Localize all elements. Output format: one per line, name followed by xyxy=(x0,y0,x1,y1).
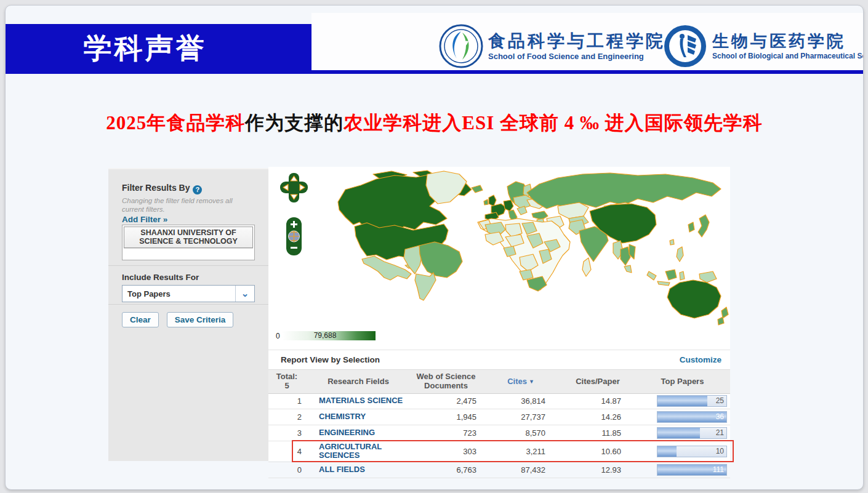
report-view-bar: Report View by Selection Customize xyxy=(268,350,730,370)
table-row: 3ENGINEERING7238,57011.8521 xyxy=(268,425,730,441)
cites-per-paper-value: 14.87 xyxy=(561,396,635,406)
add-filter-link[interactable]: Add Filter » xyxy=(122,215,167,224)
country-malaysia xyxy=(624,265,632,273)
headline-part3: 农业学科进入ESI 全球前 4 ‰ 进入国际领先学科 xyxy=(344,112,762,134)
top-papers-cell: 111 xyxy=(635,464,730,476)
research-field-link[interactable]: CHEMISTRY xyxy=(305,412,411,421)
top-papers-bar-fill xyxy=(657,428,700,438)
logo-bio-school: 生物与医药学院 School of Biological and Pharmac… xyxy=(663,24,864,68)
map-zoom-control[interactable] xyxy=(286,217,302,255)
legend-min: 0 xyxy=(276,332,280,340)
top-papers-bar: 36 xyxy=(657,411,727,423)
chevron-down-icon: ⌄ xyxy=(235,286,254,302)
country-uk xyxy=(489,195,496,206)
col-research-fields: Research Fields xyxy=(305,377,411,387)
zoom-out-icon[interactable] xyxy=(291,247,297,249)
row-rank: 0 xyxy=(268,465,305,475)
research-field-link[interactable]: AGRICULTURAL SCIENCES xyxy=(305,443,411,460)
country-java xyxy=(657,281,670,286)
top-papers-cell: 21 xyxy=(635,427,730,439)
top-papers-bar-fill xyxy=(657,396,707,406)
top-papers-cell: 36 xyxy=(635,411,730,423)
world-choropleth-map[interactable] xyxy=(268,168,730,329)
top-papers-bar: 25 xyxy=(657,395,727,407)
filter-results-by-label: Filter Results By? xyxy=(122,183,202,194)
total-header: Total:5 xyxy=(268,372,305,391)
country-japan xyxy=(698,215,709,237)
country-taiwan xyxy=(670,239,674,245)
map-pan-control[interactable] xyxy=(280,173,308,202)
cites-per-paper-value: 14.26 xyxy=(561,412,635,422)
table-row: 2CHEMISTRY1,94527,73714.2636 xyxy=(268,409,730,425)
country-nigeria xyxy=(504,246,516,257)
top-papers-cell: 10 xyxy=(635,446,730,457)
row-rank: 4 xyxy=(268,447,305,456)
top-papers-bar-fill xyxy=(657,446,677,457)
esi-main-panel: 0 79,688 Report View by Selection Custom… xyxy=(268,167,730,461)
country-philippines xyxy=(677,247,683,262)
country-borneo xyxy=(665,270,677,280)
legend-max: 79,688 xyxy=(314,331,337,340)
save-criteria-button[interactable]: Save Criteria xyxy=(167,312,234,327)
headline: 2025年食品学科作为支撑的农业学科进入ESI 全球前 4 ‰ 进入国际领先学科 xyxy=(6,110,863,136)
esi-screenshot: Filter Results By? Changing the filter f… xyxy=(108,167,730,461)
table-row-highlighted: 4AGRICULTURAL SCIENCES3033,21110.6010 xyxy=(268,441,730,462)
country-argentina xyxy=(415,273,436,300)
country-png xyxy=(699,271,717,283)
headline-part2: 作为支撑的 xyxy=(245,112,344,134)
table-header: Total:5 Research Fields Web of Science D… xyxy=(268,369,730,394)
top-papers-bar: 10 xyxy=(657,446,727,457)
filter-note: Changing the filter field removes all cu… xyxy=(122,196,251,214)
slide: 学科声誉 食品科学与工程学院 School of Food Science an… xyxy=(5,5,864,490)
map-legend: 0 79,688 xyxy=(276,331,376,340)
headline-part1: 2025年食品学科 xyxy=(106,112,245,134)
top-papers-value: 25 xyxy=(716,396,724,406)
col-cites-sort[interactable]: Cites▼ xyxy=(481,377,561,387)
country-nz-north xyxy=(721,307,728,318)
country-iceland xyxy=(472,185,483,193)
table-body: 1MATERIALS SCIENCE2,47536,81414.87252CHE… xyxy=(268,393,730,478)
country-madagascar xyxy=(582,258,591,276)
table-row: 0ALL FIELDS6,76387,43212.93111 xyxy=(268,462,730,478)
cites-value: 27,737 xyxy=(481,412,561,422)
top-papers-value: 21 xyxy=(716,428,724,438)
wos-documents-value: 723 xyxy=(411,428,481,438)
research-field-link[interactable]: ALL FIELDS xyxy=(305,465,411,474)
cites-per-paper-value: 10.60 xyxy=(561,447,635,456)
header-bar: 学科声誉 xyxy=(6,24,311,74)
bio-school-emblem-icon xyxy=(663,24,707,68)
include-results-dropdown[interactable]: Top Papers ⌄ xyxy=(122,285,255,302)
cites-value: 36,814 xyxy=(481,396,561,406)
include-results-label: Include Results For xyxy=(122,273,199,282)
row-rank: 1 xyxy=(268,396,305,406)
country-sulawesi xyxy=(680,271,685,280)
top-papers-bar: 21 xyxy=(657,427,727,439)
legend-gradient-bar: 79,688 xyxy=(282,331,376,340)
wos-documents-value: 303 xyxy=(411,447,481,456)
country-australia xyxy=(667,280,721,318)
top-papers-cell: 25 xyxy=(635,395,730,407)
top-papers-bar: 111 xyxy=(657,464,727,476)
food-school-en-title: School of Food Science and Engineering xyxy=(488,52,665,61)
wos-documents-value: 6,763 xyxy=(411,465,481,475)
country-turkey xyxy=(532,211,548,220)
university-filter-item[interactable]: SHAANXI UNIVERSITY OF SCIENCE & TECHNOLO… xyxy=(124,226,253,248)
food-school-emblem-icon xyxy=(439,24,483,68)
col-wos-documents: Web of Science Documents xyxy=(411,372,481,391)
customize-link[interactable]: Customize xyxy=(680,350,721,370)
research-field-link[interactable]: MATERIALS SCIENCE xyxy=(305,396,411,405)
clear-button[interactable]: Clear xyxy=(122,312,159,327)
page-title: 学科声誉 xyxy=(6,24,311,73)
wos-documents-value: 2,475 xyxy=(411,396,481,406)
filter-list-box: SHAANXI UNIVERSITY OF SCIENCE & TECHNOLO… xyxy=(122,225,255,260)
country-korea xyxy=(688,222,694,232)
help-icon[interactable]: ? xyxy=(193,185,202,194)
report-view-title: Report View by Selection xyxy=(281,350,380,370)
filter-sidebar: Filter Results By? Changing the filter f… xyxy=(108,168,268,461)
country-nz-south xyxy=(718,317,724,325)
top-papers-value: 36 xyxy=(716,412,724,422)
row-rank: 3 xyxy=(268,428,305,438)
research-field-link[interactable]: ENGINEERING xyxy=(305,428,411,437)
food-school-cn-title: 食品科学与工程学院 xyxy=(488,31,665,51)
dropdown-value: Top Papers xyxy=(123,289,235,299)
